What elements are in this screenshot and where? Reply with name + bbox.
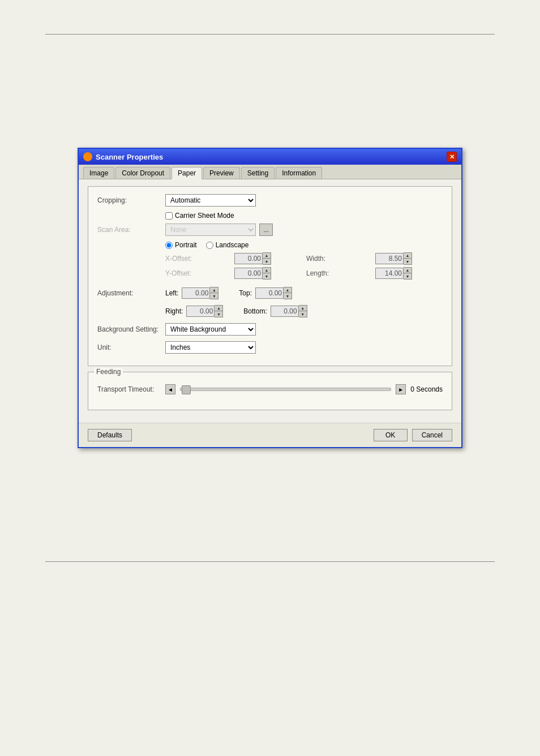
transport-timeout-row: Transport Timeout: ◄ ► 0 Seconds <box>97 383 443 396</box>
width-input[interactable] <box>375 253 404 264</box>
x-offset-spinbtns: ▲ ▼ <box>263 252 271 265</box>
dialog-footer: Defaults OK Cancel <box>79 423 461 447</box>
dialog-title: Scanner Properties <box>83 152 163 161</box>
top-input[interactable] <box>255 287 284 299</box>
top-divider <box>45 34 495 35</box>
width-spin: ▲ ▼ <box>375 252 443 265</box>
width-spinbtns: ▲ ▼ <box>404 252 412 265</box>
offset-row-1: X-Offset: ▲ ▼ Width: ▲ ▼ <box>165 252 443 265</box>
scan-area-label: Scan Area: <box>97 226 165 234</box>
y-offset-spin: ▲ ▼ <box>234 267 302 280</box>
tab-preview[interactable]: Preview <box>203 167 240 179</box>
main-section-box: Cropping: Automatic Carrier Sheet Mode S… <box>88 186 452 366</box>
background-select[interactable]: White Background <box>165 323 256 336</box>
transport-timeout-value: 0 Seconds <box>410 385 443 393</box>
adjustment-row: Adjustment: Left: ▲ ▼ Top: <box>97 286 443 300</box>
left-label: Left: <box>165 289 178 297</box>
tab-color-dropout[interactable]: Color Dropout <box>115 167 170 179</box>
length-label: Length: <box>306 269 340 277</box>
y-offset-input[interactable] <box>234 268 263 279</box>
right-input[interactable] <box>186 306 215 317</box>
unit-row: Unit: Inches <box>97 341 443 354</box>
y-offset-up[interactable]: ▲ <box>263 268 271 273</box>
unit-label: Unit: <box>97 343 165 351</box>
bottom-down[interactable]: ▼ <box>299 311 307 317</box>
scan-area-controls: None ... <box>165 224 443 236</box>
top-spinbtns: ▲ ▼ <box>284 287 292 299</box>
x-offset-label: X-Offset: <box>165 255 199 263</box>
transport-timeout-controls: ◄ ► 0 Seconds <box>165 384 443 394</box>
adjustment-controls: Left: ▲ ▼ Top: ▲ <box>165 287 443 299</box>
tab-setting[interactable]: Setting <box>241 167 275 179</box>
portrait-label: Portrait <box>175 241 197 249</box>
right-spinbtns: ▲ ▼ <box>215 305 223 317</box>
x-offset-input[interactable] <box>234 253 263 264</box>
right-spin: ▲ ▼ <box>186 305 223 317</box>
top-label: Top: <box>239 289 252 297</box>
bottom-input[interactable] <box>271 306 299 317</box>
scanner-properties-dialog: Scanner Properties ✕ Image Color Dropout… <box>78 148 462 448</box>
page-wrapper: Scanner Properties ✕ Image Color Dropout… <box>0 0 540 596</box>
adjustment-label: Adjustment: <box>97 289 165 297</box>
carrier-sheet-checkbox[interactable] <box>165 212 173 220</box>
y-offset-down[interactable]: ▼ <box>263 273 271 279</box>
portrait-radio[interactable] <box>165 242 173 249</box>
left-up[interactable]: ▲ <box>210 287 218 293</box>
adjustment-row2: Right: ▲ ▼ Bottom: ▲ <box>97 304 443 318</box>
cropping-label: Cropping: <box>97 196 165 204</box>
top-down[interactable]: ▼ <box>284 293 292 299</box>
defaults-button[interactable]: Defaults <box>88 429 132 441</box>
background-label: Background Setting: <box>97 325 165 333</box>
bottom-spinbtns: ▲ ▼ <box>299 305 307 317</box>
right-down[interactable]: ▼ <box>215 311 222 317</box>
ellipsis-button[interactable]: ... <box>259 224 273 236</box>
top-spin: ▲ ▼ <box>255 287 292 299</box>
width-up[interactable]: ▲ <box>404 253 412 259</box>
slider-thumb[interactable] <box>182 385 191 394</box>
adjustment-controls2: Right: ▲ ▼ Bottom: ▲ <box>165 305 443 317</box>
left-down[interactable]: ▼ <box>210 293 218 299</box>
left-spin: ▲ ▼ <box>182 287 218 299</box>
spacer <box>97 282 443 286</box>
dialog-titlebar: Scanner Properties ✕ <box>79 149 461 165</box>
unit-select[interactable]: Inches <box>165 341 256 354</box>
feeding-section: Feeding Transport Timeout: ◄ ► 0 Seconds <box>88 372 452 410</box>
ok-button[interactable]: OK <box>374 429 408 441</box>
close-button[interactable]: ✕ <box>447 152 457 162</box>
x-offset-down[interactable]: ▼ <box>263 259 271 264</box>
length-input[interactable] <box>375 268 404 279</box>
length-spin: ▲ ▼ <box>375 267 443 280</box>
slider-right-arrow[interactable]: ► <box>396 384 406 394</box>
tab-information[interactable]: Information <box>276 167 322 179</box>
background-controls: White Background <box>165 323 443 336</box>
length-spinbtns: ▲ ▼ <box>404 267 412 280</box>
carrier-sheet-row: Carrier Sheet Mode <box>165 212 443 220</box>
length-down[interactable]: ▼ <box>404 273 412 279</box>
length-up[interactable]: ▲ <box>404 268 412 273</box>
tab-paper[interactable]: Paper <box>172 167 202 179</box>
footer-right-buttons: OK Cancel <box>374 429 452 441</box>
landscape-label: Landscape <box>216 241 249 249</box>
landscape-radio[interactable] <box>206 242 213 249</box>
slider-left-arrow[interactable]: ◄ <box>165 384 175 394</box>
left-input[interactable] <box>182 287 210 299</box>
tab-image[interactable]: Image <box>83 167 114 179</box>
top-up[interactable]: ▲ <box>284 287 292 293</box>
scan-area-select: None <box>165 224 256 236</box>
bottom-label: Bottom: <box>243 307 267 315</box>
bottom-up[interactable]: ▲ <box>299 306 307 311</box>
tabs-bar: Image Color Dropout Paper Preview Settin… <box>79 165 461 179</box>
dialog-title-text: Scanner Properties <box>96 153 163 161</box>
cropping-row: Cropping: Automatic <box>97 194 443 207</box>
width-down[interactable]: ▼ <box>404 259 412 264</box>
cropping-select[interactable]: Automatic <box>165 194 256 207</box>
y-offset-spinbtns: ▲ ▼ <box>263 267 271 280</box>
offset-row-2: Y-Offset: ▲ ▼ Length: ▲ ▼ <box>165 267 443 280</box>
left-spinbtns: ▲ ▼ <box>210 287 218 299</box>
feeding-spacer <box>97 377 443 383</box>
x-offset-up[interactable]: ▲ <box>263 253 271 259</box>
transport-timeout-label: Transport Timeout: <box>97 385 165 393</box>
cancel-button[interactable]: Cancel <box>412 429 452 441</box>
right-up[interactable]: ▲ <box>215 306 222 311</box>
scan-area-row: Scan Area: None ... <box>97 223 443 237</box>
